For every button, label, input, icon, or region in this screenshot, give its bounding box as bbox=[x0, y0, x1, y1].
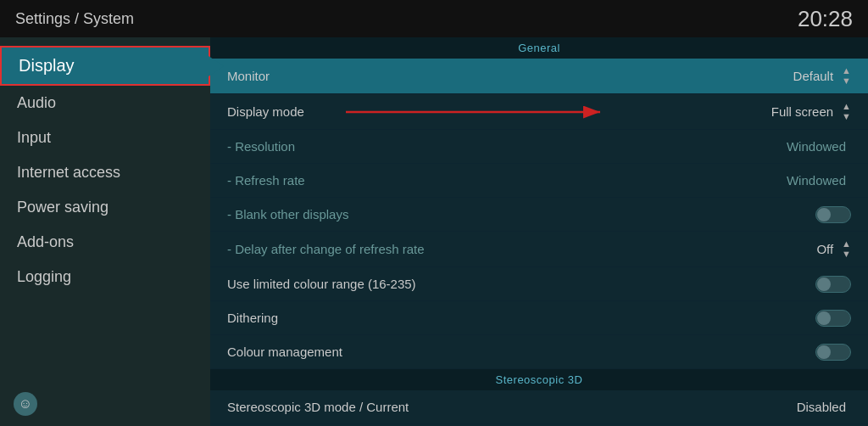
display-mode-label: Display mode bbox=[227, 104, 771, 119]
setting-row-colour-range[interactable]: Use limited colour range (16-235) bbox=[210, 267, 868, 301]
setting-row-refresh-rate[interactable]: - Refresh rate Windowed bbox=[210, 164, 868, 198]
setting-row-delay-refresh[interactable]: - Delay after change of refresh rate Off… bbox=[210, 232, 868, 267]
setting-row-blank-displays[interactable]: - Blank other displays bbox=[210, 198, 868, 232]
colour-management-label: Colour management bbox=[227, 345, 815, 359]
chevron-up-icon[interactable]: ▲ bbox=[842, 239, 851, 249]
dithering-label: Dithering bbox=[227, 311, 815, 325]
colour-range-label: Use limited colour range (16-235) bbox=[227, 277, 815, 291]
sidebar-item-display[interactable]: Display bbox=[0, 46, 210, 86]
colour-management-toggle[interactable] bbox=[815, 344, 851, 361]
chevron-up-icon[interactable]: ▲ bbox=[842, 102, 851, 111]
refresh-rate-value: Windowed bbox=[787, 173, 846, 188]
dithering-toggle[interactable] bbox=[815, 310, 851, 327]
header-clock: 20:28 bbox=[798, 6, 853, 32]
chevron-up-icon[interactable]: ▲ bbox=[842, 66, 851, 76]
chevron-down-icon[interactable]: ▼ bbox=[842, 112, 851, 121]
settings-main: General Monitor Default ▲ ▼ Display mode bbox=[210, 37, 868, 426]
sidebar-item-audio[interactable]: Audio bbox=[0, 86, 210, 121]
stereo-mode-value: Disabled bbox=[797, 400, 846, 414]
user-avatar: ☺ bbox=[14, 392, 37, 416]
user-area: ☺ bbox=[14, 392, 37, 416]
app-container: Settings / System 20:28 Display Audio In… bbox=[0, 0, 868, 426]
delay-refresh-label: - Delay after change of refresh rate bbox=[227, 242, 816, 256]
refresh-rate-label: - Refresh rate bbox=[227, 173, 787, 188]
monitor-chevron[interactable]: ▲ ▼ bbox=[842, 66, 851, 86]
chevron-down-icon[interactable]: ▼ bbox=[842, 249, 851, 259]
setting-row-colour-management[interactable]: Colour management bbox=[210, 335, 868, 369]
sidebar-item-input[interactable]: Input bbox=[0, 121, 210, 155]
section-general-header: General bbox=[210, 37, 868, 59]
main-layout: Display Audio Input Internet access Powe… bbox=[0, 37, 868, 426]
section-stereoscopic-header: Stereoscopic 3D bbox=[210, 369, 868, 390]
delay-refresh-value: Off bbox=[816, 242, 833, 256]
monitor-value: Default bbox=[793, 69, 834, 83]
resolution-label: - Resolution bbox=[227, 139, 787, 154]
setting-row-stereo-mode[interactable]: Stereoscopic 3D mode / Current Disabled bbox=[210, 390, 868, 424]
chevron-down-icon[interactable]: ▼ bbox=[842, 76, 851, 86]
setting-row-display-mode[interactable]: Display mode Full screen ▲ ▼ bbox=[210, 94, 868, 130]
setting-row-resolution[interactable]: - Resolution Windowed bbox=[210, 130, 868, 164]
header-title: Settings / System bbox=[15, 10, 134, 28]
delay-refresh-chevron[interactable]: ▲ ▼ bbox=[842, 239, 851, 259]
colour-range-toggle[interactable] bbox=[815, 276, 851, 293]
sidebar-item-add-ons[interactable]: Add-ons bbox=[0, 225, 210, 260]
blank-displays-label: - Blank other displays bbox=[227, 207, 815, 221]
sidebar: Display Audio Input Internet access Powe… bbox=[0, 37, 210, 426]
display-mode-value: Full screen bbox=[771, 104, 833, 119]
display-mode-chevron[interactable]: ▲ ▼ bbox=[842, 102, 851, 121]
setting-row-monitor[interactable]: Monitor Default ▲ ▼ bbox=[210, 59, 868, 94]
resolution-value: Windowed bbox=[787, 139, 846, 154]
sidebar-item-power-saving[interactable]: Power saving bbox=[0, 190, 210, 225]
sidebar-item-internet-access[interactable]: Internet access bbox=[0, 155, 210, 190]
sidebar-item-logging[interactable]: Logging bbox=[0, 260, 210, 294]
blank-displays-toggle[interactable] bbox=[815, 206, 851, 223]
setting-row-dithering[interactable]: Dithering bbox=[210, 301, 868, 335]
monitor-label: Monitor bbox=[227, 69, 793, 83]
header: Settings / System 20:28 bbox=[0, 0, 868, 37]
stereo-mode-label: Stereoscopic 3D mode / Current bbox=[227, 400, 797, 414]
